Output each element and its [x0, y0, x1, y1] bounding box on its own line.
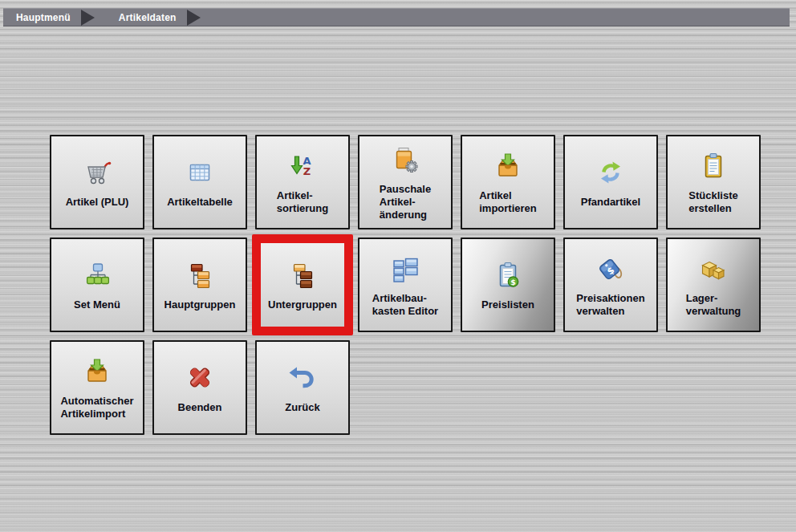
button-label: Set Menü [74, 298, 120, 311]
button-stueckliste-erstellen[interactable]: Stückliste erstellen [666, 135, 761, 229]
button-untergruppen[interactable]: Untergruppen [252, 234, 353, 335]
button-label: Artikelbau- kasten Editor [372, 292, 438, 318]
button-hauptgruppen[interactable]: Hauptgruppen [152, 238, 247, 332]
button-set-menu[interactable]: Set Menü [50, 238, 144, 332]
import-box-icon [81, 355, 113, 388]
price-list-icon: $ [492, 259, 524, 291]
button-lagerverwaltung[interactable]: Lager- verwaltung [666, 238, 761, 332]
group-tree-icon [184, 259, 216, 291]
breadcrumb-artikeldaten[interactable]: Artikeldaten [119, 12, 177, 23]
button-label: Lager- verwaltung [686, 292, 741, 318]
button-label: Artikel importieren [479, 189, 537, 215]
button-preislisten[interactable]: $ Preislisten [461, 238, 555, 332]
clipboard-icon [697, 150, 729, 182]
close-x-icon [184, 362, 216, 394]
price-tag-icon: $ [595, 253, 627, 285]
button-zurueck[interactable]: Zurück [255, 340, 350, 435]
button-label: Artikel- sortierung [277, 189, 328, 215]
button-label: Artikeltabelle [167, 196, 233, 209]
button-label: Automatischer Artikelimport [60, 395, 133, 420]
button-artikel-plu[interactable]: Artikel (PLU) [50, 135, 144, 229]
recycle-arrows-icon [595, 156, 627, 189]
shopping-cart-icon [81, 156, 113, 189]
breadcrumb-hauptmenu[interactable]: Hauptmenü [16, 12, 71, 23]
layout-blocks-icon [389, 253, 421, 285]
sort-az-icon: A Z [286, 150, 319, 182]
button-label: Zurück [285, 401, 319, 414]
stock-boxes-icon [697, 253, 729, 285]
svg-text:$: $ [510, 277, 516, 286]
import-box-icon [492, 150, 524, 182]
button-label: Untergruppen [268, 298, 337, 311]
button-grid: Artikel (PLU) Artikeltabelle A Z Artikel… [50, 135, 761, 435]
button-label: Preisaktionen verwalten [576, 292, 644, 318]
back-arrow-icon [286, 362, 319, 394]
button-artikelbaukasten-editor[interactable]: Artikelbau- kasten Editor [358, 238, 453, 332]
button-label: Pfandartikel [581, 196, 640, 209]
button-label: Beenden [178, 401, 222, 414]
org-chart-icon [81, 259, 113, 291]
button-label: Pauschale Artikel- änderung [380, 183, 431, 221]
button-artikelsortierung[interactable]: A Z Artikel- sortierung [255, 135, 350, 229]
button-beenden[interactable]: Beenden [152, 340, 247, 435]
button-artikeltabelle[interactable]: Artikeltabelle [152, 135, 247, 229]
button-label: Artikel (PLU) [66, 196, 129, 209]
button-pfandartikel[interactable]: Pfandartikel [563, 135, 658, 229]
breadcrumb: Hauptmenü Artikeldaten [3, 8, 790, 26]
button-pauschale-artikelaenderung[interactable]: Pauschale Artikel- änderung [358, 135, 453, 229]
button-artikel-importieren[interactable]: Artikel importieren [461, 135, 555, 229]
svg-text:Z: Z [303, 165, 311, 177]
button-label: Hauptgruppen [164, 298, 236, 311]
button-label: Preislisten [481, 298, 534, 311]
folder-gear-icon [389, 144, 421, 176]
subgroup-tree-icon [286, 259, 319, 291]
breadcrumb-arrow-icon [81, 10, 95, 26]
table-icon [184, 156, 216, 189]
breadcrumb-arrow-icon [187, 10, 201, 26]
button-label: Stückliste erstellen [688, 189, 737, 215]
button-preisaktionen-verwalten[interactable]: $ Preisaktionen verwalten [563, 238, 658, 332]
button-automatischer-artikelimport[interactable]: Automatischer Artikelimport [50, 340, 144, 435]
